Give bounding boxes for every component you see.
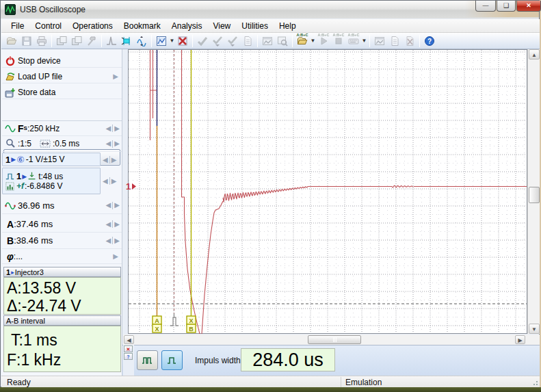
- menu-bar: FileControlOperationsBookmarkAnalysisVie…: [1, 19, 540, 33]
- minimize-button[interactable]: —: [475, 1, 496, 12]
- fs-letter: F: [18, 123, 24, 134]
- doc-icon: [242, 36, 253, 47]
- channel1-marker[interactable]: 1: [126, 181, 131, 192]
- panel-close-button[interactable]: ✕: [124, 345, 133, 352]
- injector-marker-icon: ▸: [11, 269, 14, 276]
- ab-period-value: T:1 ms: [7, 330, 120, 350]
- report-button[interactable]: [240, 34, 255, 48]
- chart-win-icon: [374, 36, 385, 47]
- phase-row[interactable]: φ :... ▶: [2, 249, 122, 264]
- cursor-b-spinner[interactable]: ◀▶: [106, 237, 120, 244]
- horizontal-scroll-thumb[interactable]: [308, 335, 361, 344]
- menu-help[interactable]: Help: [274, 20, 302, 32]
- result-window-button[interactable]: [372, 34, 387, 48]
- ab-panel-header: A-B interval: [3, 315, 121, 326]
- cursor-b-row[interactable]: B :38.46 ms ◀▶: [2, 233, 122, 249]
- delete-chart-button[interactable]: [175, 34, 190, 48]
- channel-number: 1: [5, 155, 10, 165]
- cursor-a-spinner[interactable]: ◀▶: [106, 220, 120, 228]
- menu-view[interactable]: View: [207, 20, 236, 32]
- cursor-a-row[interactable]: A :37.46 ms ◀▶: [2, 216, 122, 233]
- result-delete-button[interactable]: [402, 34, 417, 48]
- result-doc-button[interactable]: [387, 34, 402, 48]
- marker-measure-button[interactable]: [119, 34, 134, 48]
- chart-x-icon: [177, 36, 188, 47]
- scroll-right-arrow[interactable]: ▶: [515, 335, 525, 344]
- vertical-scroll-thumb[interactable]: [529, 187, 540, 203]
- period-spinner[interactable]: ◀▶: [106, 202, 120, 209]
- script-run-button[interactable]: A:B+C: [316, 34, 331, 48]
- scroll-left-arrow[interactable]: ◀: [124, 335, 134, 344]
- cursor-b-label: B: [7, 235, 14, 246]
- magnifier-icon: [5, 138, 16, 149]
- zoom-spinner[interactable]: ◀▶: [106, 140, 120, 148]
- abc-tag-label: A:B+C: [331, 33, 346, 37]
- dropdown-caret-icon[interactable]: ▼: [310, 38, 316, 44]
- zoom-row[interactable]: :1:5 :0.5 ms ◀▶: [2, 136, 122, 152]
- script-open-button[interactable]: A:B+C: [295, 34, 310, 48]
- auto-scale-button[interactable]: [134, 34, 149, 48]
- probe-icon: ⑥: [16, 155, 25, 165]
- period-row[interactable]: 36.96 ms ◀▶: [2, 197, 122, 214]
- panel-help-button[interactable]: ?: [124, 353, 133, 360]
- menu-bookmark[interactable]: Bookmark: [118, 20, 166, 32]
- save-file-button[interactable]: [19, 34, 34, 48]
- script-stop-button[interactable]: A:B+C: [331, 34, 346, 48]
- store-data-button[interactable]: Store data: [2, 86, 122, 99]
- emulation-mode-label: Emulation: [345, 378, 382, 387]
- accept-next-button[interactable]: [210, 34, 225, 48]
- ab-measurements: T:1 ms F:1 kHz: [3, 326, 121, 372]
- dropdown-caret-icon[interactable]: ▼: [361, 38, 367, 44]
- accept-button[interactable]: [195, 34, 210, 48]
- open-file-button[interactable]: [4, 34, 19, 48]
- menu-analysis[interactable]: Analysis: [166, 20, 208, 32]
- trigger-spinner[interactable]: ◀▶: [103, 177, 116, 185]
- maximize-button[interactable]: ❑: [497, 1, 516, 12]
- period-value: 36.96 ms: [18, 200, 54, 211]
- injector-channel: 1: [6, 268, 10, 276]
- frame-zoom-button[interactable]: [275, 34, 290, 48]
- impulse-mode-button[interactable]: [104, 34, 119, 48]
- menu-operations[interactable]: Operations: [67, 20, 118, 32]
- doc-icon: [389, 36, 400, 47]
- copy-frame-button[interactable]: [54, 34, 69, 48]
- status-separator: [341, 377, 341, 387]
- submenu-arrow-icon: ▶: [113, 73, 118, 80]
- trigger-time-value: t:48 us: [38, 172, 63, 181]
- sample-rate-row[interactable]: FS :250 kHz ◀▶: [2, 120, 122, 136]
- scroll-down-arrow[interactable]: ▼: [529, 324, 540, 334]
- paste-frame-button[interactable]: [69, 34, 84, 48]
- sample-rate-value: :250 kHz: [27, 124, 60, 133]
- chart-win-icon: [262, 36, 273, 47]
- chart-zoom-icon: [277, 36, 288, 47]
- channel-spinner[interactable]: ◀▶: [103, 156, 116, 164]
- vertical-scrollbar[interactable]: ▲ ▼: [527, 49, 540, 334]
- trigger-settings-row[interactable]: 1 ▶ t:48 us +f :-6.8486 V: [2, 168, 101, 194]
- stop-device-button[interactable]: Stop device: [2, 54, 122, 68]
- script-keyboard-button[interactable]: A:B+C: [346, 34, 361, 48]
- falling-edge-icon: [27, 172, 36, 181]
- dropdown-caret-icon[interactable]: ▼: [169, 38, 175, 44]
- help-button[interactable]: ?: [422, 34, 437, 48]
- doc-x-icon: [404, 36, 415, 47]
- channel-settings-row[interactable]: 1 ▶ ⑥ -1 V/±15 V: [2, 153, 101, 166]
- sine-icon: [5, 123, 16, 134]
- close-button[interactable]: ✕: [516, 1, 541, 12]
- sample-rate-spinner[interactable]: ◀▶: [106, 125, 120, 132]
- frame-window-button[interactable]: [260, 34, 275, 48]
- print-button[interactable]: [34, 34, 49, 48]
- load-up-file-button[interactable]: Load UP file ▶: [2, 70, 122, 83]
- menu-file[interactable]: File: [5, 20, 29, 32]
- menu-utilities[interactable]: Utilities: [236, 20, 274, 32]
- double-impulse-button[interactable]: [137, 350, 158, 370]
- injector-delta-value: Δ:-24.74 V: [7, 297, 120, 315]
- tools-button[interactable]: [84, 34, 99, 48]
- spike-icon: [106, 36, 117, 47]
- single-impulse-button[interactable]: [161, 350, 183, 370]
- accept-all-button[interactable]: [225, 34, 240, 48]
- menu-control[interactable]: Control: [29, 20, 67, 32]
- cursor-label: X: [155, 326, 159, 332]
- scroll-up-arrow[interactable]: ▲: [529, 49, 540, 60]
- horizontal-scrollbar[interactable]: ◀ ▶: [123, 335, 527, 345]
- chart-view-button[interactable]: [154, 34, 169, 48]
